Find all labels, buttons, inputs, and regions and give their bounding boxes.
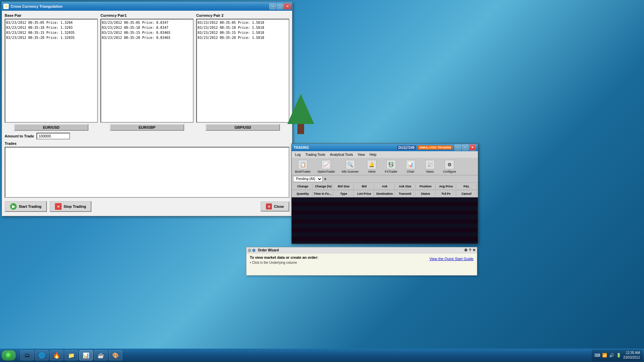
currency-pair2-ticker-button[interactable]: GBP/USD (206, 124, 280, 131)
trading-close-button[interactable]: ✕ (469, 144, 476, 150)
pair2-line-2: 03/23/2012 00:35:10 Price: 1.5818 (198, 25, 288, 30)
toolbar-book-trader[interactable]: 📋 BookTrader (293, 159, 313, 174)
explorer-icon: 🗂 (23, 352, 31, 359)
base-pair-ticker-button[interactable]: EUR/USD (14, 124, 88, 131)
menu-item-help[interactable]: Help (367, 152, 378, 157)
menu-item-log[interactable]: Log (293, 152, 303, 157)
start-button[interactable] (1, 350, 16, 361)
currency-pair1-data-box: 03/23/2012 00:35:05 Price: 0.8347 03/23/… (100, 19, 194, 123)
fx-trader-icon: 💱 (386, 160, 396, 169)
folder-icon: 📁 (68, 352, 75, 359)
trades-box (5, 147, 289, 198)
firefox-icon: 🔥 (53, 352, 60, 359)
currency-pair1-ticker-button[interactable]: EUR/GBP (110, 124, 184, 131)
col-transmit: Transmit (396, 191, 415, 196)
wizard-settings-icon[interactable]: ⚙ (464, 248, 468, 252)
close-icon: ✕ (266, 203, 272, 209)
window-minimize-button[interactable]: ─ (269, 3, 276, 9)
toolbar-news[interactable]: 📰 News (422, 159, 438, 174)
window-maximize-button[interactable]: □ (277, 3, 283, 9)
stop-trading-button[interactable]: ✕ Stop Trading (50, 201, 91, 212)
wizard-close-icon[interactable]: ✕ (473, 248, 476, 252)
currency-pair2-panel: Currency Pair 2 03/23/2012 00:35:05 Pric… (196, 13, 289, 131)
taskbar-java[interactable]: ☕ (94, 350, 108, 360)
order-wizard-panel: Order Wizard ⚙ ? ✕ To view market data o… (246, 247, 477, 276)
window-title-area: ⚡ Cross Currency Triangulation (3, 4, 63, 9)
base-pair-data-box: 03/23/2012 00:35:05 Price: 1.3204 03/23/… (5, 19, 98, 123)
col-cancel: Cancel (457, 191, 477, 196)
clock-date: 23/03/2012 (623, 355, 640, 360)
trading-platform-window: TRADING DU127249 SIMULATED TRADING ─ □ ✕… (291, 143, 478, 244)
taskbar-paint[interactable]: 🎨 (109, 350, 122, 360)
menu-item-trading-tools[interactable]: Trading Tools (303, 152, 327, 157)
stop-trading-icon: ✕ (55, 203, 62, 210)
menu-item-view[interactable]: View (356, 152, 367, 157)
currency-pair1-label: Currency Pair1 (100, 13, 194, 17)
trading-menu-bar: Log Trading Tools Analytical Tools View … (292, 151, 478, 158)
close-button[interactable]: ✕ Close (261, 201, 289, 212)
window-close-button[interactable]: ✕ (284, 3, 291, 9)
taskbar-firefox[interactable]: 🔥 (50, 350, 63, 360)
trading-maximize-button[interactable]: □ (462, 144, 469, 150)
configure-icon: ⚙ (445, 160, 454, 169)
pair1-line-2: 03/23/2012 00:35:10 Price: 0.8347 (102, 25, 192, 30)
toolbar-alerts[interactable]: 🔔 Alerts (363, 159, 380, 174)
amount-to-trade-input[interactable] (37, 133, 70, 139)
wizard-main-text: To view market data or create an order: (250, 255, 318, 259)
order-wizard-title: Order Wizard (258, 248, 279, 252)
pending-row: Pending (All) + (292, 175, 478, 183)
quick-start-guide-link[interactable]: View the Quick Start Guide (429, 257, 474, 261)
col-status: Status (416, 191, 436, 196)
base-pair-panel: Base Pair 03/23/2012 00:35:05 Price: 1.3… (5, 13, 98, 131)
toolbar-chart[interactable]: 📊 Chart (402, 159, 419, 174)
col-pnl: P&L (457, 184, 477, 189)
trades-label: Trades (5, 141, 289, 145)
table-header-row1: Change Change (%) Bid Size Bid Ask Ask S… (292, 183, 478, 190)
trading-titlebar: TRADING DU127249 SIMULATED TRADING ─ □ ✕ (292, 144, 478, 151)
col-destination: Destination (375, 191, 395, 196)
pair1-line-1: 03/23/2012 00:35:05 Price: 0.8347 (102, 20, 192, 25)
ib-trader-icon: 📊 (82, 352, 90, 359)
menu-item-analytical-tools[interactable]: Analytical Tools (328, 152, 355, 157)
col-trd-px: Trd Px (436, 191, 456, 196)
taskbar-explorer[interactable]: 🗂 (20, 350, 34, 360)
order-wizard-titlebar: Order Wizard ⚙ ? ✕ (246, 247, 477, 253)
toolbar-option-trader[interactable]: 📈 OptionTrader (315, 159, 337, 174)
taskbar-separator-1 (18, 351, 18, 359)
start-trading-icon: ▶ (10, 203, 17, 210)
col-avg-price: Avg Price (436, 184, 456, 189)
window-controls: ─ □ ✕ (269, 3, 291, 9)
trading-minimize-button[interactable]: ─ (454, 144, 461, 150)
clock-time: 12:35 AM (626, 351, 640, 355)
base-pair-line-3: 03/23/2012 00:35:15 Price: 1.32035 (6, 30, 96, 35)
table-header-row2: Quantity Time in Force Type Lmt Price De… (292, 190, 478, 197)
pair2-line-1: 03/23/2012 00:35:05 Price: 1.5818 (198, 20, 288, 25)
amount-to-trade-label: Amount to Trade (5, 134, 34, 138)
pending-select[interactable]: Pending (All) (293, 176, 323, 182)
taskbar-folder[interactable]: 📁 (65, 350, 78, 360)
wizard-help-icon[interactable]: ? (469, 248, 471, 252)
pair1-line-4: 03/23/2012 00:35:20 Price: 0.83465 (102, 35, 192, 40)
wizard-dot-1 (248, 249, 251, 252)
taskbar: 🗂 🌐 🔥 📁 📊 ☕ 🎨 ⌨ 📶 🔊 🔋 12:35 AM 23/03/201… (0, 349, 644, 362)
add-tab-button[interactable]: + (324, 176, 327, 182)
left-buttons: ▶ Start Trading ✕ Stop Trading (5, 201, 91, 212)
toolbar-mkt-scanner[interactable]: 🔍 Mkt Scanner (340, 159, 361, 174)
toolbar-row: 📋 BookTrader 📈 OptionTrader 🔍 Mkt Scanne… (292, 158, 478, 175)
news-icon: 📰 (425, 160, 435, 169)
toolbar-configure[interactable]: ⚙ Configure (441, 159, 458, 174)
taskbar-ie[interactable]: 🌐 (35, 350, 49, 360)
window-title-text: Cross Currency Triangulation (11, 4, 63, 8)
col-bid-size: Bid Size (334, 184, 354, 189)
wizard-dots: Order Wizard (248, 248, 279, 252)
toolbar-fx-trader[interactable]: 💱 FXTrader (383, 159, 400, 174)
start-trading-button[interactable]: ▶ Start Trading (5, 201, 47, 212)
taskbar-ib-trader[interactable]: 📊 (79, 350, 93, 360)
window-content: Base Pair 03/23/2012 00:35:05 Price: 1.3… (2, 11, 292, 216)
java-icon: ☕ (97, 352, 104, 359)
pair2-line-3: 03/23/2012 00:35:15 Price: 1.5818 (198, 30, 288, 35)
col-ask: Ask (375, 184, 395, 189)
wizard-content: To view market data or create an order: … (246, 253, 477, 266)
main-window: ⚡ Cross Currency Triangulation ─ □ ✕ Bas… (2, 2, 292, 216)
tray-battery-icon: 🔋 (616, 353, 621, 358)
